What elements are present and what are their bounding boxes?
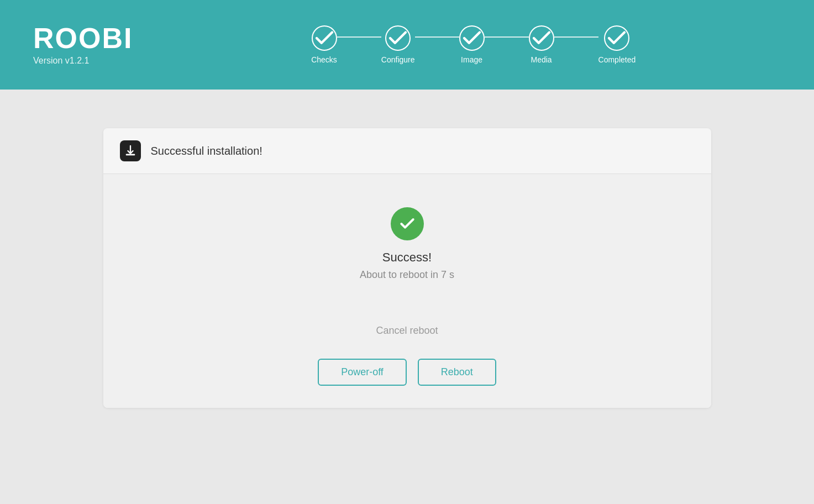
power-off-button[interactable]: Power-off [318, 359, 407, 386]
step-checks: Checks [311, 25, 337, 64]
step-circle-checks [312, 25, 337, 51]
card-body: Success! About to reboot in 7 s Cancel r… [103, 174, 711, 408]
step-circle-media [529, 25, 554, 51]
step-label-completed: Completed [598, 55, 636, 64]
step-connector-2 [415, 36, 459, 38]
step-media: Media [529, 25, 554, 64]
step-label-configure: Configure [381, 55, 415, 64]
reboot-button[interactable]: Reboot [418, 359, 496, 386]
card-header-title: Successful installation! [151, 145, 262, 158]
app-logo-title: ROOBI [33, 24, 133, 53]
action-buttons: Power-off Reboot [318, 359, 496, 386]
step-label-image: Image [461, 55, 482, 64]
app-header: ROOBI Version v1.2.1 Checks Configure Im… [0, 0, 814, 90]
logo-area: ROOBI Version v1.2.1 [33, 24, 133, 66]
app-version: Version v1.2.1 [33, 56, 133, 66]
step-image: Image [459, 25, 485, 64]
install-icon [120, 140, 141, 161]
step-configure: Configure [381, 25, 415, 64]
success-title: Success! [382, 250, 432, 265]
step-connector-3 [485, 36, 529, 38]
step-label-media: Media [531, 55, 552, 64]
step-connector-1 [337, 36, 381, 38]
success-icon [391, 207, 424, 240]
svg-rect-0 [125, 154, 135, 156]
main-card: Successful installation! Success! About … [103, 128, 711, 408]
step-connector-4 [554, 36, 598, 38]
cancel-reboot-label: Cancel reboot [376, 325, 438, 337]
step-circle-image [459, 25, 485, 51]
stepper: Checks Configure Image Media [166, 25, 781, 64]
card-header: Successful installation! [103, 128, 711, 174]
step-circle-configure [385, 25, 411, 51]
step-circle-completed [604, 25, 629, 51]
reboot-message: About to reboot in 7 s [360, 269, 454, 281]
step-completed: Completed [598, 25, 636, 64]
success-area: Success! About to reboot in 7 s [360, 207, 454, 281]
step-label-checks: Checks [311, 55, 337, 64]
